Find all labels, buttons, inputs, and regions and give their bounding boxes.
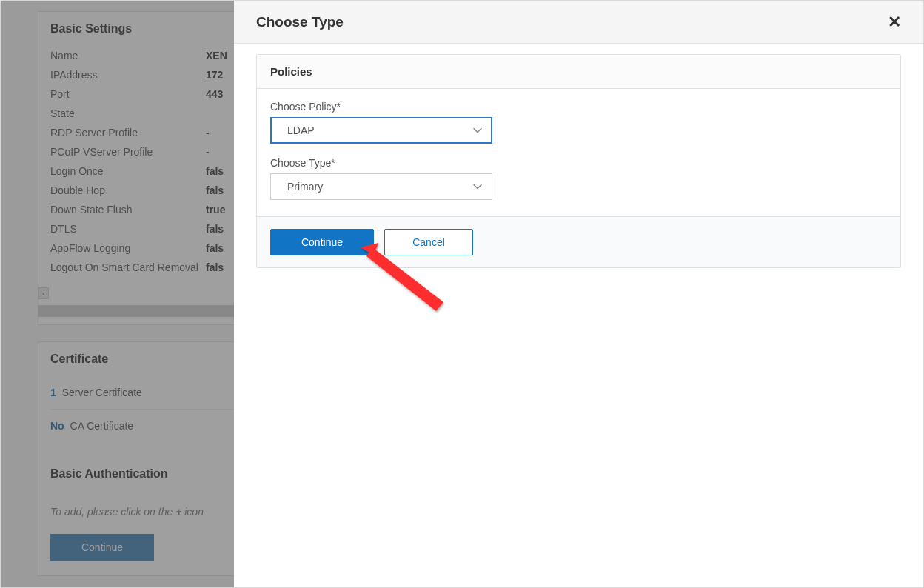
chevron-down-icon [472,181,483,192]
choose-type-dropdown[interactable]: Primary [270,173,492,200]
policies-section: Policies Choose Policy* LDAP Choose Type… [256,54,901,268]
chevron-down-icon [472,125,483,136]
policies-footer: Continue Cancel [257,217,900,267]
choose-policy-label: Choose Policy* [270,101,887,113]
choose-policy-dropdown[interactable]: LDAP [270,117,492,144]
choose-type-value: Primary [287,181,323,193]
choose-policy-value: LDAP [287,124,315,136]
choose-type-label: Choose Type* [270,157,887,169]
policies-header: Policies [257,55,900,89]
continue-button[interactable]: Continue [270,229,374,255]
modal-title: Choose Type [256,14,344,30]
policies-body: Choose Policy* LDAP Choose Type* Primary [257,89,900,217]
modal-header: Choose Type ✕ [234,1,923,44]
close-icon[interactable]: ✕ [888,14,901,30]
cancel-button[interactable]: Cancel [384,229,473,255]
modal-body: Policies Choose Policy* LDAP Choose Type… [234,44,923,278]
choose-type-modal: Choose Type ✕ Policies Choose Policy* LD… [234,1,923,587]
